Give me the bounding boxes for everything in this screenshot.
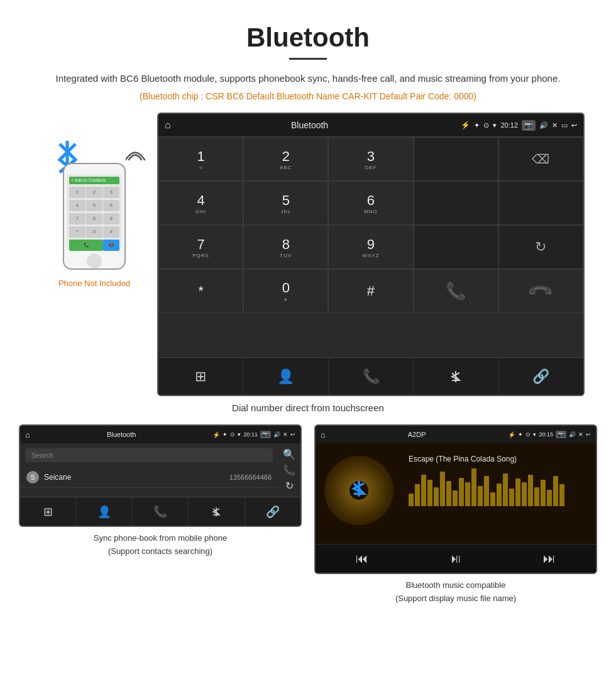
page-description: Integrated with BC6 Bluetooth module, su…	[0, 71, 616, 86]
music-location-icon: ⊙	[525, 431, 531, 438]
dial-key-0[interactable]: 0+	[243, 269, 328, 313]
music-title-bar: A2DP	[328, 431, 506, 438]
pb-usb-icon: ⚡	[212, 431, 220, 438]
phonebook-item: ⌂ Bluetooth ⚡ ✦ ⊙ ▾ 20:11 📷 🔊 ✕ ↩ Search	[19, 424, 302, 606]
volume-icon[interactable]: 🔊	[539, 121, 548, 130]
phone-body: + Add to Contacts 1 2 3 4 5 6 7 8 9	[63, 163, 126, 270]
pb-statusbar: ⌂ Bluetooth ⚡ ✦ ⊙ ▾ 20:11 📷 🔊 ✕ ↩	[20, 426, 300, 443]
pb-bt-bar-icon[interactable]	[189, 497, 245, 526]
dial-key-9[interactable]: 9WXYZ	[328, 225, 413, 269]
call-answer-button[interactable]: 📞	[414, 269, 498, 313]
dialpad-grid: 1⌾ 2ABC 3DEF ⌫ 4GHI 5JKL 6MNO	[158, 136, 583, 357]
car-head-unit-dialpad: ⌂ Bluetooth ⚡ ✦ ⊙ ▾ 20:12 📷 🔊 ✕ ▭ ↩ 1⌾ 2	[157, 113, 585, 396]
car-screen-title: Bluetooth	[162, 120, 458, 130]
pb-phone-icon[interactable]: 📞	[133, 497, 189, 526]
pb-back-icon[interactable]: ↩	[290, 431, 295, 438]
music-bt-overlay-icon	[349, 479, 368, 502]
pb-contact-row[interactable]: S Seicane 13566664466	[20, 467, 278, 488]
music-caption: Bluetooth music compatible(Support displ…	[395, 579, 516, 606]
dial-key-3[interactable]: 3DEF	[328, 137, 413, 181]
music-usb-icon: ⚡	[508, 431, 515, 438]
call-end-button[interactable]: 📞	[498, 269, 583, 313]
close-icon[interactable]: ✕	[552, 121, 558, 130]
pb-signal-icon: ▾	[238, 431, 241, 438]
title-divider	[289, 58, 327, 60]
back-icon[interactable]: ↩	[571, 121, 577, 130]
pb-home-icon[interactable]: ⌂	[25, 430, 30, 440]
dial-key-star[interactable]: *	[158, 269, 243, 313]
next-button[interactable]: ⏭	[543, 551, 556, 566]
pb-link-icon[interactable]: 🔗	[245, 497, 300, 526]
dial-key-6[interactable]: 6MNO	[328, 181, 413, 225]
dial-key-4[interactable]: 4GHI	[158, 181, 243, 225]
dialpad-icon[interactable]: ⊞	[158, 358, 243, 395]
dial-key-8[interactable]: 8TUV	[243, 225, 328, 269]
album-art: ♫	[324, 456, 393, 525]
empty-cell-2	[498, 181, 583, 225]
music-home-icon[interactable]: ⌂	[321, 430, 326, 440]
bt-status-icon: ✦	[474, 121, 480, 130]
window-icon[interactable]: ▭	[561, 121, 568, 130]
pb-dialpad-icon[interactable]: ⊞	[20, 497, 76, 526]
phone-home-button[interactable]	[87, 253, 102, 268]
camera-icon[interactable]: 📷	[522, 120, 536, 131]
delete-button[interactable]: ⌫	[498, 137, 583, 181]
dial-key-hash[interactable]: #	[328, 269, 413, 313]
bt-phone-icon: + Add to Contacts 1 2 3 4 5 6 7 8 9	[53, 125, 135, 270]
pb-contacts-icon[interactable]: 👤	[76, 497, 132, 526]
main-caption: Dial number direct from touchscreen	[0, 402, 616, 413]
music-content: ♫ Escape (The Pina Colada Song)	[316, 443, 596, 544]
bottom-screenshots-row: ⌂ Bluetooth ⚡ ✦ ⊙ ▾ 20:11 📷 🔊 ✕ ↩ Search	[0, 424, 616, 606]
pb-volume-icon[interactable]: 🔊	[273, 431, 280, 438]
usb-icon: ⚡	[461, 121, 470, 130]
empty-cell-3	[414, 225, 498, 269]
empty-cell-1	[414, 181, 498, 225]
contact-avatar: S	[26, 471, 39, 484]
contact-number: 13566664466	[229, 473, 272, 481]
pb-bottom-toolbar: ⊞ 👤 📞 🔗	[20, 497, 300, 526]
pb-search-bar[interactable]: Search	[25, 448, 273, 462]
dial-key-7[interactable]: 7PQRS	[158, 225, 243, 269]
page-title: Bluetooth	[0, 0, 616, 58]
car-statusbar: ⌂ Bluetooth ⚡ ✦ ⊙ ▾ 20:12 📷 🔊 ✕ ▭ ↩	[158, 114, 583, 136]
music-camera-icon[interactable]: 📷	[556, 431, 566, 438]
pb-search-icon[interactable]: 🔍	[283, 448, 295, 460]
pb-close-icon[interactable]: ✕	[283, 431, 288, 438]
music-screen: ⌂ A2DP ⚡ ✦ ⊙ ▾ 20:15 📷 🔊 ✕ ↩	[314, 424, 597, 574]
dial-key-1[interactable]: 1⌾	[158, 137, 243, 181]
dial-key-5[interactable]: 5JKL	[243, 181, 328, 225]
bluetooth-icon-bar[interactable]	[414, 358, 498, 395]
pb-bt-icon: ✦	[223, 431, 228, 438]
main-section: + Add to Contacts 1 2 3 4 5 6 7 8 9	[0, 113, 616, 396]
phone-icon[interactable]: 📞	[329, 358, 414, 395]
music-visualizer	[409, 468, 590, 506]
phone-not-included-label: Phone Not Included	[58, 279, 130, 288]
play-pause-button[interactable]: ⏯	[449, 551, 462, 566]
phonebook-screen: ⌂ Bluetooth ⚡ ✦ ⊙ ▾ 20:11 📷 🔊 ✕ ↩ Search	[19, 424, 302, 527]
car-bottom-toolbar: ⊞ 👤 📞 🔗	[158, 357, 583, 395]
prev-button[interactable]: ⏮	[356, 551, 368, 566]
link-icon[interactable]: 🔗	[499, 358, 583, 395]
music-info: Escape (The Pina Colada Song)	[402, 443, 596, 544]
music-volume-icon[interactable]: 🔊	[569, 431, 576, 438]
signal-waves	[126, 144, 148, 178]
music-clock: 20:15	[539, 431, 553, 438]
contacts-icon[interactable]: 👤	[243, 358, 328, 395]
pb-title: Bluetooth	[33, 431, 211, 438]
pb-refresh-icon[interactable]: ↻	[285, 480, 294, 492]
pb-location-icon: ⊙	[230, 431, 235, 438]
pb-camera-icon[interactable]: 📷	[260, 431, 271, 438]
refresh-button[interactable]: ↻	[498, 225, 583, 269]
phonebook-caption: Sync phone-book from mobile phone(Suppor…	[94, 532, 227, 558]
phone-screen: + Add to Contacts 1 2 3 4 5 6 7 8 9	[67, 174, 122, 250]
music-close-icon[interactable]: ✕	[578, 431, 583, 438]
pb-call-icon[interactable]: 📞	[283, 464, 295, 476]
music-back-icon[interactable]: ↩	[586, 431, 591, 438]
music-bt-icon: ✦	[518, 431, 523, 438]
music-item: ⌂ A2DP ⚡ ✦ ⊙ ▾ 20:15 📷 🔊 ✕ ↩	[314, 424, 597, 606]
clock: 20:12	[500, 121, 518, 129]
phone-illustration: + Add to Contacts 1 2 3 4 5 6 7 8 9	[31, 113, 157, 288]
pb-contact-list: Search S Seicane 13566664466	[20, 443, 278, 497]
pb-content: Search S Seicane 13566664466 🔍 📞 ↻	[20, 443, 300, 497]
dial-key-2[interactable]: 2ABC	[243, 137, 328, 181]
